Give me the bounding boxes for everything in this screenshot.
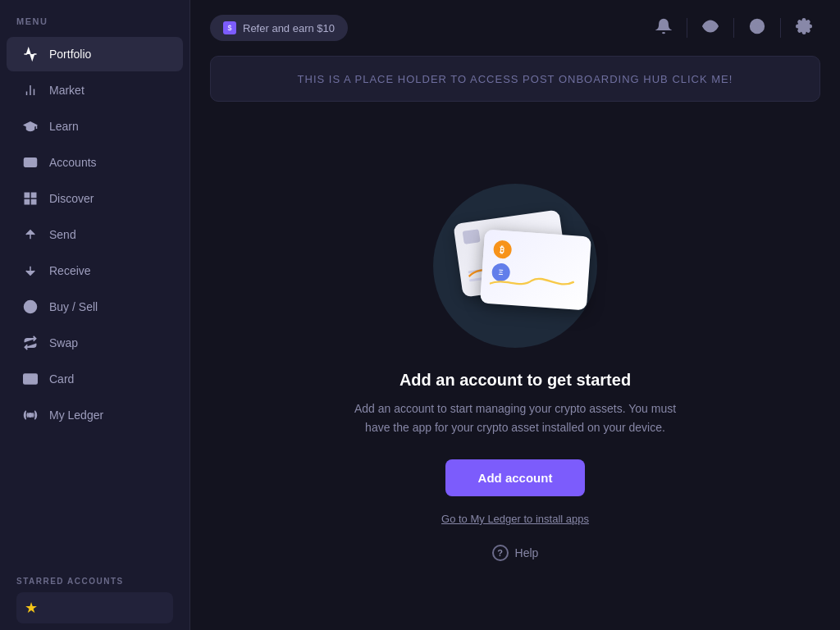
banner-text: THIS IS A PLACE HOLDER TO ACCESS POST ON… [298, 73, 733, 85]
divider-3 [780, 18, 781, 38]
swap-icon [23, 336, 38, 350]
eye-button[interactable] [694, 11, 727, 44]
sidebar: MENU Portfolio Market Learn [0, 0, 190, 630]
sidebar-item-receive[interactable]: Receive [7, 253, 183, 288]
accounts-icon [23, 155, 38, 170]
svg-rect-3 [25, 158, 37, 167]
sidebar-item-receive-label: Receive [49, 264, 91, 277]
refer-icon: $ [223, 21, 236, 34]
sidebar-item-portfolio-label: Portfolio [49, 48, 91, 61]
sidebar-item-myledger-label: My Ledger [49, 409, 103, 422]
svg-rect-8 [32, 200, 36, 204]
starred-account-item[interactable]: ★ [16, 592, 173, 623]
starred-accounts-section: STARRED ACCOUNTS ★ [0, 564, 189, 630]
svg-rect-6 [32, 193, 36, 197]
sidebar-item-buysell[interactable]: Buy / Sell [7, 290, 183, 324]
sidebar-item-swap[interactable]: Swap [7, 326, 183, 360]
wave-yellow [489, 268, 574, 297]
settings-button[interactable] [788, 11, 820, 44]
divider-2 [733, 18, 734, 38]
myledger-icon [23, 408, 38, 422]
sidebar-item-market[interactable]: Market [7, 73, 183, 107]
sidebar-item-card[interactable]: Card [7, 362, 183, 396]
help-text: Help [515, 546, 539, 559]
svg-rect-14 [24, 374, 38, 384]
portfolio-icon [23, 47, 38, 62]
sidebar-item-portfolio[interactable]: Portfolio [7, 37, 183, 71]
sidebar-item-discover[interactable]: Discover [7, 181, 183, 216]
notifications-button[interactable] [647, 11, 680, 44]
sidebar-item-myledger[interactable]: My Ledger [7, 398, 183, 432]
eye-icon [702, 18, 719, 39]
svg-point-16 [29, 413, 33, 418]
sidebar-item-market-label: Market [49, 84, 84, 97]
starred-accounts-label: STARRED ACCOUNTS [16, 577, 173, 586]
help-button[interactable] [741, 11, 774, 44]
sidebar-item-accounts[interactable]: Accounts [7, 145, 183, 180]
svg-point-17 [709, 24, 713, 28]
star-icon: ★ [25, 599, 38, 617]
sidebar-item-discover-label: Discover [49, 192, 94, 205]
help-icon: ? [492, 545, 509, 561]
onboarding-banner[interactable]: THIS IS A PLACE HOLDER TO ACCESS POST ON… [210, 56, 820, 102]
divider-1 [687, 18, 687, 38]
illustration: ₿ Ξ [433, 184, 597, 348]
receive-icon [23, 263, 38, 278]
sidebar-item-learn[interactable]: Learn [7, 109, 183, 144]
question-icon [749, 18, 765, 39]
btc-icon: ₿ [493, 240, 512, 258]
gear-icon [796, 18, 812, 39]
help-section[interactable]: ? Help [492, 545, 539, 561]
send-icon [23, 227, 38, 242]
svg-rect-5 [25, 193, 29, 197]
card-icon [23, 372, 38, 386]
card-front: ₿ Ξ [480, 230, 591, 311]
bell-icon [655, 18, 672, 39]
discover-icon [23, 191, 38, 206]
sidebar-item-send[interactable]: Send [7, 217, 183, 252]
sidebar-item-swap-label: Swap [49, 336, 78, 349]
menu-label: MENU [0, 0, 189, 36]
illustration-bg: ₿ Ξ [433, 184, 597, 348]
refer-button[interactable]: $ Refer and earn $10 [210, 15, 348, 41]
sidebar-item-accounts-label: Accounts [49, 156, 97, 169]
ledger-link[interactable]: Go to My Ledger to install apps [441, 513, 589, 525]
sidebar-item-send-label: Send [49, 228, 76, 241]
main-content: $ Refer and earn $10 [190, 0, 840, 630]
market-icon [23, 83, 38, 98]
svg-rect-7 [25, 200, 29, 204]
topbar: $ Refer and earn $10 [190, 0, 840, 56]
empty-state-title: Add an account to get started [399, 371, 631, 390]
sidebar-item-buysell-label: Buy / Sell [49, 300, 98, 313]
empty-state: ₿ Ξ Add an account to get started Add an… [190, 115, 840, 630]
buysell-icon [23, 299, 38, 314]
refer-button-label: Refer and earn $10 [243, 22, 335, 34]
empty-state-description: Add an account to start managing your cr… [351, 399, 679, 436]
add-account-button[interactable]: Add account [445, 459, 586, 496]
sidebar-item-learn-label: Learn [49, 120, 79, 133]
sidebar-item-card-label: Card [49, 372, 74, 386]
topbar-icons [647, 11, 820, 44]
learn-icon [23, 119, 38, 134]
